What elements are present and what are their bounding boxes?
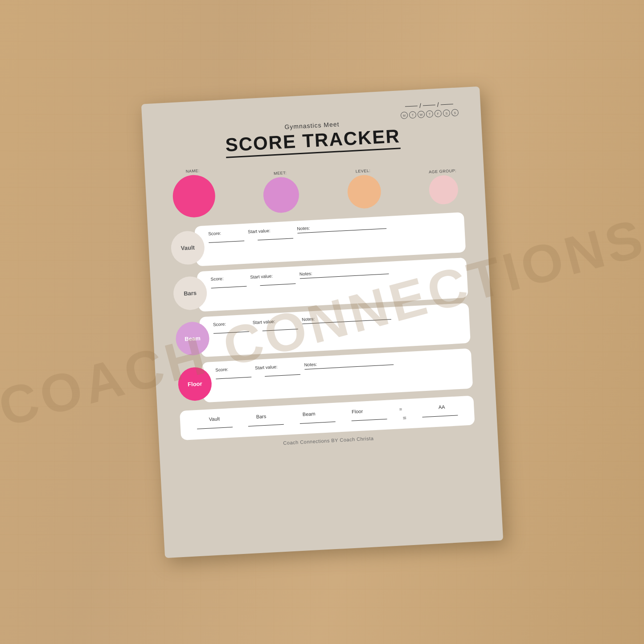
- beam-notes-label: Notes:: [301, 312, 390, 321]
- beam-score-label: Score:: [213, 321, 226, 327]
- circle-name-bubble: [172, 174, 216, 218]
- floor-card: Score: Start value: Notes:: [201, 348, 473, 402]
- title-section: Gymnastics Meet SCORE TRACKER: [164, 114, 460, 161]
- day-S1: S: [443, 109, 450, 117]
- vault-start-label: Start value:: [247, 228, 270, 234]
- bars-score-group: Score:: [210, 276, 224, 283]
- floor-score-label: Score:: [215, 367, 228, 372]
- bars-start-group: Start value:: [250, 273, 273, 281]
- beam-fields-top: Score: Start value: Notes:: [213, 308, 460, 328]
- bars-fields-top: Score: Start value: Notes:: [210, 263, 458, 283]
- info-circles: NAME: MEET: LEVEL: AGE GROUP:: [167, 155, 463, 218]
- vault-card: Score: Start value: Notes:: [194, 212, 466, 267]
- floor-notes-group: Notes:: [304, 357, 394, 369]
- floor-fields-top: Score: Start value: Notes:: [215, 354, 462, 374]
- score-tracker-document: / / M T W T F S S Gymnastics Meet SCORE …: [141, 86, 503, 558]
- events-container: Vault Score: Start value: Notes:: [170, 212, 475, 440]
- beam-score-group: Score:: [213, 321, 226, 328]
- vault-score-group: Score:: [208, 230, 221, 238]
- day-W: W: [417, 111, 425, 118]
- date-line-2: [422, 104, 435, 105]
- floor-score-group: Score:: [215, 367, 228, 374]
- vault-notes-label: Notes:: [297, 222, 386, 231]
- floor-start-label: Start value:: [254, 364, 277, 370]
- circle-meet-bubble: [263, 176, 300, 213]
- day-F: F: [434, 110, 442, 117]
- day-M: M: [400, 111, 408, 119]
- aa-bars-label: Bars: [256, 413, 266, 419]
- event-row-beam: Beam Score: Start value: Notes:: [175, 303, 471, 358]
- bars-card: Score: Start value: Notes:: [197, 257, 468, 312]
- floor-start-line: [265, 374, 300, 376]
- aa-beam-label: Beam: [302, 411, 315, 417]
- date-slash-1: /: [419, 102, 421, 109]
- aa-floor-line: [351, 418, 387, 421]
- aa-beam-line: [299, 421, 335, 423]
- beam-notes-group: Notes:: [301, 312, 391, 324]
- date-slash-2: /: [437, 101, 439, 108]
- circle-age-label: AGE GROUP:: [428, 168, 456, 174]
- circle-age-bubble: [428, 174, 459, 205]
- circle-name-label: NAME:: [185, 168, 199, 173]
- floor-notes-label: Notes:: [304, 357, 393, 367]
- bars-score-line: [211, 286, 246, 288]
- aa-bars-line: [248, 424, 284, 426]
- circle-level-label: LEVEL:: [355, 168, 370, 173]
- aa-equals-label: =: [399, 406, 402, 411]
- beam-start-line: [262, 328, 298, 331]
- bars-start-label: Start value:: [250, 273, 273, 279]
- circle-level-bubble: [346, 174, 381, 209]
- day-T1: T: [409, 111, 416, 119]
- circle-name: NAME:: [171, 168, 216, 218]
- circle-meet: MEET:: [262, 170, 300, 213]
- date-line-row: / /: [405, 100, 453, 110]
- beam-score-line: [213, 331, 249, 333]
- vault-notes-group: Notes:: [297, 222, 386, 233]
- circle-age: AGE GROUP:: [428, 168, 459, 205]
- date-section: / / M T W T F S S: [400, 100, 459, 119]
- circle-meet-label: MEET:: [273, 170, 286, 176]
- beam-start-group: Start value:: [252, 319, 275, 327]
- beam-card: Score: Start value: Notes:: [199, 303, 471, 357]
- vault-fields-top: Score: Start value: Notes:: [208, 218, 455, 238]
- floor-start-group: Start value:: [254, 364, 277, 372]
- date-line-1: [405, 105, 417, 106]
- vault-start-line: [258, 238, 293, 240]
- vault-start-group: Start value:: [247, 228, 270, 236]
- aa-label: AA: [438, 404, 445, 410]
- circle-level: LEVEL:: [346, 168, 381, 209]
- beam-start-label: Start value:: [252, 319, 275, 325]
- date-line-3: [440, 103, 453, 104]
- event-row-vault: Vault Score: Start value: Notes:: [170, 212, 466, 267]
- vault-score-label: Score:: [208, 230, 221, 236]
- bars-score-label: Score:: [210, 276, 223, 281]
- aa-total-line: [422, 414, 458, 417]
- aa-vault-line: [197, 427, 232, 429]
- event-row-floor: Floor Score: Start value: Notes:: [177, 348, 473, 403]
- bars-start-line: [260, 283, 295, 286]
- vault-score-line: [209, 240, 244, 242]
- event-row-bars: Bars Score: Start value: Notes:: [172, 257, 468, 312]
- bars-notes-group: Notes:: [299, 267, 389, 279]
- floor-score-line: [216, 377, 251, 379]
- aa-equals-symbol: =: [402, 414, 406, 421]
- aa-vault-label: Vault: [209, 416, 220, 422]
- aa-floor-label: Floor: [351, 408, 363, 414]
- day-T2: T: [426, 110, 433, 118]
- day-S2: S: [451, 109, 459, 116]
- bars-notes-label: Notes:: [299, 267, 388, 276]
